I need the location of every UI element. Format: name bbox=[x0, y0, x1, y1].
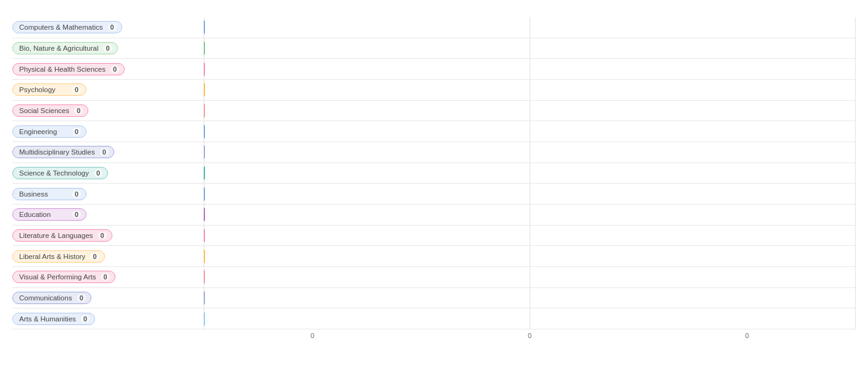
bar-label-value: 0 bbox=[94, 169, 102, 177]
bar-label-value: 0 bbox=[72, 86, 81, 93]
chart-container: Computers & Mathematics 0 Bio, Nature & … bbox=[0, 0, 868, 390]
bar-label-text: Physical & Health Sciences bbox=[19, 66, 106, 73]
bar-fill bbox=[204, 104, 205, 117]
bar-track bbox=[204, 289, 856, 307]
bar-row: Science & Technology 0 bbox=[12, 163, 856, 184]
bar-label-value: 0 bbox=[77, 294, 86, 302]
bar-label-pill: Business 0 bbox=[12, 188, 86, 200]
x-axis: 000 bbox=[204, 329, 856, 339]
bar-label-text: Liberal Arts & History bbox=[19, 253, 85, 260]
bar-row: Communications 0 bbox=[12, 288, 856, 309]
bar-fill bbox=[204, 62, 205, 76]
bar-fill bbox=[204, 229, 205, 242]
bar-row: Bio, Nature & Agricultural 0 bbox=[12, 38, 856, 59]
bar-label-pill: Arts & Humanities 0 bbox=[12, 313, 95, 325]
bar-label-text: Arts & Humanities bbox=[19, 315, 76, 323]
bar-label-value: 0 bbox=[81, 315, 90, 323]
bar-row: Education 0 bbox=[12, 205, 856, 226]
bar-label-text: Literature & Languages bbox=[19, 232, 93, 239]
bar-row: Business 0 bbox=[12, 184, 856, 205]
bar-fill bbox=[204, 83, 205, 96]
bar-label-wrap: Business 0 bbox=[12, 188, 204, 200]
bar-row: Psychology 0 bbox=[12, 80, 856, 101]
bar-label-wrap: Physical & Health Sciences 0 bbox=[12, 63, 204, 75]
bar-label-text: Bio, Nature & Agricultural bbox=[19, 45, 98, 52]
bar-label-text: Engineering bbox=[19, 128, 57, 135]
bar-track bbox=[204, 19, 856, 36]
bar-fill bbox=[204, 166, 205, 180]
bar-label-value: 0 bbox=[72, 211, 81, 218]
bar-track bbox=[204, 60, 856, 78]
bar-label-pill: Social Sciences 0 bbox=[12, 104, 88, 117]
bar-track bbox=[204, 310, 856, 328]
bar-label-pill: Physical & Health Sciences 0 bbox=[12, 63, 125, 75]
bar-track bbox=[204, 102, 856, 120]
bar-label-wrap: Liberal Arts & History 0 bbox=[12, 250, 204, 263]
bar-row: Literature & Languages 0 bbox=[12, 226, 856, 247]
bar-label-text: Multidisciplinary Studies bbox=[19, 148, 95, 156]
bar-label-text: Social Sciences bbox=[19, 107, 69, 114]
bar-label-value: 0 bbox=[98, 232, 107, 239]
bar-row: Multidisciplinary Studies 0 bbox=[12, 142, 856, 163]
bar-track bbox=[204, 185, 856, 203]
bar-label-pill: Education 0 bbox=[12, 208, 86, 221]
bar-row: Visual & Performing Arts 0 bbox=[12, 267, 856, 288]
bar-label-pill: Science & Technology 0 bbox=[12, 167, 108, 179]
bar-fill bbox=[204, 20, 205, 34]
bar-label-value: 0 bbox=[103, 45, 112, 52]
bar-label-pill: Liberal Arts & History 0 bbox=[12, 250, 105, 263]
bar-label-text: Psychology bbox=[19, 86, 56, 93]
bars-section: Computers & Mathematics 0 Bio, Nature & … bbox=[12, 17, 856, 329]
bar-label-text: Computers & Mathematics bbox=[19, 23, 103, 31]
bar-fill bbox=[204, 270, 205, 284]
bar-label-wrap: Science & Technology 0 bbox=[12, 167, 204, 179]
bar-label-pill: Bio, Nature & Agricultural 0 bbox=[12, 42, 118, 54]
bar-row: Engineering 0 bbox=[12, 121, 856, 142]
x-axis-label: 0 bbox=[421, 332, 638, 339]
bar-label-text: Communications bbox=[19, 294, 72, 302]
bar-label-text: Education bbox=[19, 211, 51, 218]
bar-track bbox=[204, 122, 856, 140]
bar-fill bbox=[204, 250, 205, 263]
bar-row: Liberal Arts & History 0 bbox=[12, 246, 856, 267]
x-axis-label: 0 bbox=[638, 332, 856, 339]
bar-track bbox=[204, 81, 856, 99]
bar-label-value: 0 bbox=[111, 66, 119, 73]
bar-label-value: 0 bbox=[72, 190, 81, 198]
bar-label-value: 0 bbox=[90, 253, 99, 260]
bar-row: Computers & Mathematics 0 bbox=[12, 17, 856, 38]
bar-fill bbox=[204, 125, 205, 138]
bar-label-pill: Computers & Mathematics 0 bbox=[12, 21, 122, 33]
bar-track bbox=[204, 247, 856, 265]
bar-row: Physical & Health Sciences 0 bbox=[12, 59, 856, 80]
bar-label-pill: Communications 0 bbox=[12, 292, 91, 304]
bar-label-wrap: Education 0 bbox=[12, 208, 204, 221]
chart-area: Computers & Mathematics 0 Bio, Nature & … bbox=[12, 17, 856, 339]
bar-fill bbox=[204, 145, 205, 159]
bar-label-wrap: Psychology 0 bbox=[12, 83, 204, 96]
bar-label-text: Science & Technology bbox=[19, 169, 89, 177]
bar-fill bbox=[204, 41, 205, 55]
bar-label-text: Business bbox=[19, 190, 48, 198]
bar-label-wrap: Communications 0 bbox=[12, 292, 204, 304]
bar-label-value: 0 bbox=[72, 128, 81, 135]
bar-label-wrap: Social Sciences 0 bbox=[12, 104, 204, 117]
bar-label-pill: Visual & Performing Arts 0 bbox=[12, 271, 115, 283]
bar-label-wrap: Literature & Languages 0 bbox=[12, 229, 204, 242]
bar-label-wrap: Visual & Performing Arts 0 bbox=[12, 271, 204, 283]
bar-label-value: 0 bbox=[108, 23, 117, 31]
bar-label-wrap: Arts & Humanities 0 bbox=[12, 313, 204, 325]
bar-fill bbox=[204, 187, 205, 201]
bar-fill bbox=[204, 312, 205, 326]
bar-label-pill: Psychology 0 bbox=[12, 83, 86, 96]
bar-track bbox=[204, 143, 856, 161]
bar-track bbox=[204, 227, 856, 245]
bar-fill bbox=[204, 291, 205, 305]
bar-track bbox=[204, 40, 856, 57]
bar-fill bbox=[204, 208, 205, 221]
bar-row: Social Sciences 0 bbox=[12, 101, 856, 122]
bar-label-value: 0 bbox=[100, 148, 109, 156]
bar-row: Arts & Humanities 0 bbox=[12, 308, 856, 329]
bar-track bbox=[204, 268, 856, 286]
bar-label-value: 0 bbox=[74, 107, 83, 114]
